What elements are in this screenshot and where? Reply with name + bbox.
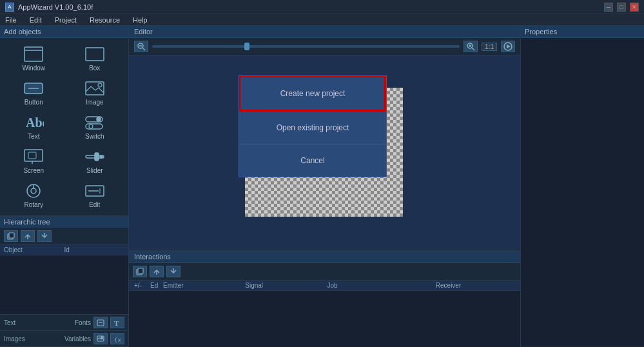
title-bar: A AppWizard V1.00_6.10f ─ □ ✕ xyxy=(0,0,644,14)
zoom-out-button[interactable] xyxy=(134,41,148,52)
text-row: Text Fonts T xyxy=(0,315,128,331)
svg-point-11 xyxy=(89,124,93,128)
hierarchic-table-header: Object Id xyxy=(0,245,128,255)
svg-rect-2 xyxy=(86,48,104,61)
svg-rect-13 xyxy=(28,152,36,159)
add-objects-header: Add objects xyxy=(0,26,128,38)
object-box[interactable]: Box xyxy=(65,42,125,75)
variables-label: Variables xyxy=(49,335,92,342)
image-label: Image xyxy=(86,99,104,106)
app-icon: A xyxy=(5,3,14,12)
zoom-label: 1:1 xyxy=(482,43,497,51)
button-label: Button xyxy=(24,99,43,106)
edit-label: Edit xyxy=(89,201,100,208)
right-panel: Properties xyxy=(520,26,644,347)
svg-text:(x): (x) xyxy=(114,337,121,342)
editor-canvas: Create new project Open existing project… xyxy=(129,55,520,250)
object-button[interactable]: Button xyxy=(4,76,64,109)
properties-content xyxy=(521,38,644,346)
menu-help[interactable]: Help xyxy=(130,16,150,24)
hierarchic-toolbar xyxy=(0,228,128,245)
text-icon: Abc xyxy=(23,114,44,132)
hierarchic-section: Hierarchic tree xyxy=(0,215,128,314)
variables-icon-btn[interactable]: (x) xyxy=(110,333,124,344)
interactions-header: Interactions xyxy=(129,251,520,263)
interact-up-btn[interactable] xyxy=(150,266,164,277)
minimize-button[interactable]: ─ xyxy=(604,3,613,12)
svg-point-32 xyxy=(101,337,103,339)
fonts-label: Fonts xyxy=(49,319,92,326)
menu-file[interactable]: File xyxy=(3,16,19,24)
center-panel: Editor 1:1 xyxy=(129,26,520,347)
window-label: Window xyxy=(22,64,45,72)
interact-copy-btn[interactable] xyxy=(133,266,147,277)
title-bar-text: AppWizard V1.00_6.10f xyxy=(18,3,93,11)
text-icon-btn[interactable] xyxy=(93,317,108,328)
interactions-toolbar xyxy=(129,263,520,281)
hier-col-object: Object xyxy=(4,246,64,253)
col-job: Job xyxy=(326,282,434,289)
switch-icon xyxy=(84,114,105,132)
svg-text:Abc: Abc xyxy=(26,115,44,130)
objects-grid: Window Box Button xyxy=(0,38,128,215)
interact-down-btn[interactable] xyxy=(166,266,181,277)
object-text[interactable]: Abc Text xyxy=(4,110,64,143)
col-emitter: Emitter xyxy=(162,282,244,289)
svg-text:T: T xyxy=(114,319,119,326)
box-label: Box xyxy=(89,64,100,72)
images-icon-btn[interactable] xyxy=(93,333,108,344)
maximize-button[interactable]: □ xyxy=(617,3,626,12)
close-button[interactable]: ✕ xyxy=(630,3,639,12)
screen-label: Screen xyxy=(23,167,44,174)
images-row: Images Variables (x) xyxy=(0,331,128,347)
menu-edit[interactable]: Edit xyxy=(27,16,44,24)
svg-rect-0 xyxy=(24,47,43,61)
box-icon xyxy=(84,45,105,63)
text-label: Text xyxy=(4,319,46,326)
svg-rect-25 xyxy=(9,233,14,238)
menu-project[interactable]: Project xyxy=(52,16,79,24)
images-label: Images xyxy=(4,335,46,342)
title-bar-controls: ─ □ ✕ xyxy=(604,3,639,12)
zoom-slider[interactable] xyxy=(152,45,460,48)
svg-rect-12 xyxy=(24,150,43,161)
object-window[interactable]: Window xyxy=(4,42,64,75)
switch-label: Switch xyxy=(85,133,104,140)
open-existing-project-button[interactable]: Open existing project xyxy=(239,112,386,144)
main-layout: Add objects Window Box xyxy=(0,26,644,347)
editor-toolbar: 1:1 xyxy=(129,38,520,55)
svg-rect-10 xyxy=(86,124,102,129)
zoom-in-button[interactable] xyxy=(463,41,478,52)
col-receiver: Receiver xyxy=(434,282,516,289)
svg-point-9 xyxy=(97,117,101,121)
hier-col-id: Id xyxy=(64,246,125,253)
zoom-slider-thumb xyxy=(244,43,249,50)
screen-icon xyxy=(23,148,44,166)
object-edit[interactable]: Edit xyxy=(65,179,125,212)
rotary-icon xyxy=(23,182,44,200)
object-switch[interactable]: Switch xyxy=(65,110,125,143)
hier-up-button[interactable] xyxy=(21,230,35,242)
slider-label: Slider xyxy=(86,167,103,174)
hier-copy-button[interactable] xyxy=(4,230,18,242)
col-ed: Ed xyxy=(149,282,162,289)
image-icon xyxy=(84,79,105,97)
create-new-project-button[interactable]: Create new project xyxy=(239,75,386,112)
interactions-panel: Interactions xyxy=(129,250,520,347)
cancel-button[interactable]: Cancel xyxy=(239,144,386,177)
text-label: Text xyxy=(28,133,39,140)
interactions-table-header: +/- Ed Emitter Signal Job Receiver xyxy=(129,281,520,291)
hierarchic-content xyxy=(0,255,128,314)
slider-icon xyxy=(84,148,105,166)
rotary-label: Rotary xyxy=(24,201,43,208)
fonts-icon-btn[interactable]: T xyxy=(110,317,124,328)
play-button[interactable] xyxy=(501,41,515,52)
svg-point-19 xyxy=(31,188,36,193)
menu-resource[interactable]: Resource xyxy=(87,16,122,24)
svg-rect-16 xyxy=(95,153,99,161)
object-slider[interactable]: Slider xyxy=(65,144,125,177)
hier-down-button[interactable] xyxy=(37,230,52,242)
object-rotary[interactable]: Rotary xyxy=(4,179,64,212)
object-screen[interactable]: Screen xyxy=(4,144,64,177)
object-image[interactable]: Image xyxy=(65,76,125,109)
